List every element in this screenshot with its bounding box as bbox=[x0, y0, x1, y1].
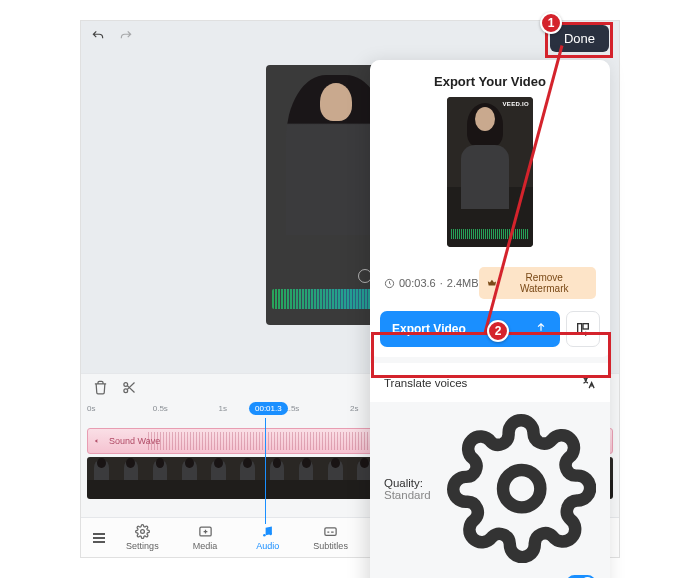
translate-icon bbox=[581, 375, 596, 390]
annotation-badge-2: 2 bbox=[487, 320, 509, 342]
svg-point-17 bbox=[503, 470, 540, 507]
topbar: Done bbox=[81, 21, 619, 55]
svg-point-1 bbox=[124, 388, 128, 392]
export-thumbnail: VEED.IO bbox=[447, 97, 533, 247]
clock-icon bbox=[384, 278, 395, 289]
save-as-template-button[interactable] bbox=[566, 311, 600, 347]
template-add-icon bbox=[575, 321, 591, 337]
undo-button[interactable] bbox=[91, 29, 105, 47]
svg-rect-15 bbox=[578, 324, 582, 335]
nav-audio[interactable]: Audio bbox=[237, 524, 300, 551]
annotation-badge-1: 1 bbox=[540, 12, 562, 34]
quality-row[interactable]: Quality: Standard bbox=[370, 402, 610, 569]
export-video-button[interactable]: Export Video bbox=[380, 311, 560, 347]
nav-settings[interactable]: Settings bbox=[111, 524, 174, 551]
svg-point-0 bbox=[124, 382, 128, 386]
upload-icon bbox=[534, 322, 548, 336]
nav-media[interactable]: Media bbox=[174, 524, 237, 551]
translate-voices-row[interactable]: Translate voices bbox=[370, 363, 610, 402]
playhead[interactable] bbox=[265, 418, 266, 524]
export-title: Export Your Video bbox=[370, 74, 610, 89]
svg-rect-16 bbox=[583, 324, 588, 329]
delete-clip-button[interactable] bbox=[93, 380, 108, 399]
svg-point-4 bbox=[264, 534, 267, 537]
svg-point-2 bbox=[141, 530, 145, 534]
nav-subtitles[interactable]: Subtitles bbox=[299, 524, 362, 551]
redo-button[interactable] bbox=[119, 29, 133, 47]
watermark-text: VEED.IO bbox=[503, 101, 529, 107]
gear-icon[interactable] bbox=[447, 414, 596, 563]
playhead-label: 00:01.3 bbox=[249, 402, 288, 415]
svg-point-5 bbox=[270, 533, 273, 536]
menu-button[interactable] bbox=[87, 530, 111, 546]
svg-rect-6 bbox=[325, 528, 336, 536]
export-meta: 00:03.6 · 2.4MB bbox=[384, 277, 479, 289]
split-clip-button[interactable] bbox=[122, 380, 137, 399]
audio-icon bbox=[94, 436, 104, 446]
